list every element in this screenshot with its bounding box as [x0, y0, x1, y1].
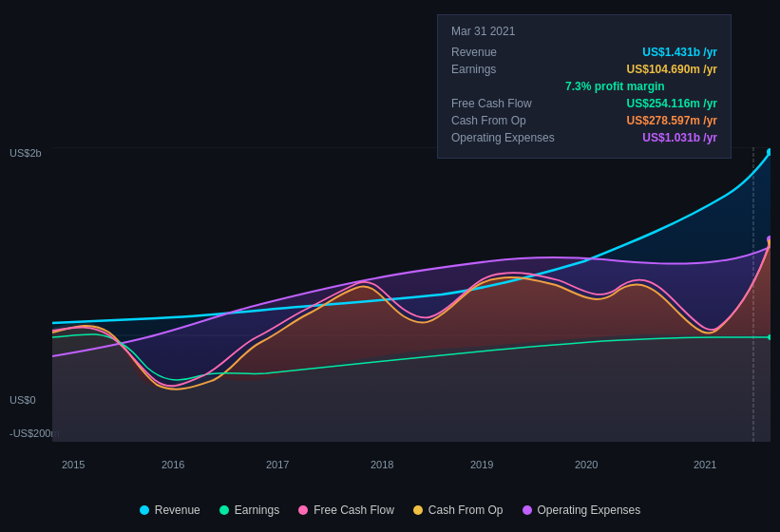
tooltip-cashfromop-label: Cash From Op: [451, 114, 565, 127]
legend-dot-fcf: [298, 505, 308, 515]
tooltip-revenue-label: Revenue: [451, 46, 565, 59]
legend-revenue: Revenue: [140, 504, 200, 517]
tooltip-earnings: Earnings US$104.690m /yr: [451, 63, 717, 76]
x-label-2019: 2019: [470, 459, 493, 470]
chart-svg: [52, 147, 770, 442]
tooltip: Mar 31 2021 Revenue US$1.431b /yr Earnin…: [437, 14, 732, 159]
tooltip-fcf-label: Free Cash Flow: [451, 97, 565, 110]
tooltip-cashfromop: Cash From Op US$278.597m /yr: [451, 114, 717, 127]
legend-dot-earnings: [219, 505, 229, 515]
tooltip-opex: Operating Expenses US$1.031b /yr: [451, 131, 717, 144]
legend-fcf: Free Cash Flow: [298, 504, 394, 517]
x-label-2020: 2020: [575, 459, 598, 470]
tooltip-earnings-value: US$104.690m /yr: [627, 63, 717, 76]
x-label-2016: 2016: [162, 459, 184, 470]
x-label-2018: 2018: [371, 459, 393, 470]
y-label-0: US$0: [10, 394, 36, 406]
legend-label-cashfromop: Cash From Op: [428, 504, 504, 517]
legend-dot-opex: [523, 505, 532, 515]
tooltip-date: Mar 31 2021: [451, 25, 717, 38]
legend-label-fcf: Free Cash Flow: [314, 504, 394, 517]
x-label-2021: 2021: [694, 459, 716, 470]
tooltip-fcf-value: US$254.116m /yr: [627, 97, 717, 110]
tooltip-opex-value: US$1.031b /yr: [642, 131, 717, 144]
tooltip-opex-label: Operating Expenses: [451, 131, 565, 144]
x-label-2015: 2015: [62, 459, 85, 470]
legend-dot-cashfromop: [413, 505, 423, 515]
tooltip-profit-margin: 7.3% profit margin: [451, 80, 717, 93]
tooltip-revenue-value: US$1.431b /yr: [642, 46, 717, 59]
x-label-2017: 2017: [266, 459, 289, 470]
legend-dot-revenue: [140, 505, 149, 515]
legend-label-revenue: Revenue: [155, 504, 200, 517]
tooltip-earnings-label: Earnings: [451, 63, 565, 76]
legend-opex: Operating Expenses: [523, 504, 641, 517]
tooltip-cashfromop-value: US$278.597m /yr: [627, 114, 717, 127]
legend-label-earnings: Earnings: [235, 504, 279, 517]
chart-container: Mar 31 2021 Revenue US$1.431b /yr Earnin…: [0, 0, 780, 532]
y-label-2b: US$2b: [10, 147, 42, 159]
chart-legend: Revenue Earnings Free Cash Flow Cash Fro…: [0, 504, 780, 517]
tooltip-revenue: Revenue US$1.431b /yr: [451, 46, 717, 59]
legend-cashfromop: Cash From Op: [413, 504, 504, 517]
legend-label-opex: Operating Expenses: [538, 504, 641, 517]
tooltip-fcf: Free Cash Flow US$254.116m /yr: [451, 97, 717, 110]
legend-earnings: Earnings: [219, 504, 279, 517]
